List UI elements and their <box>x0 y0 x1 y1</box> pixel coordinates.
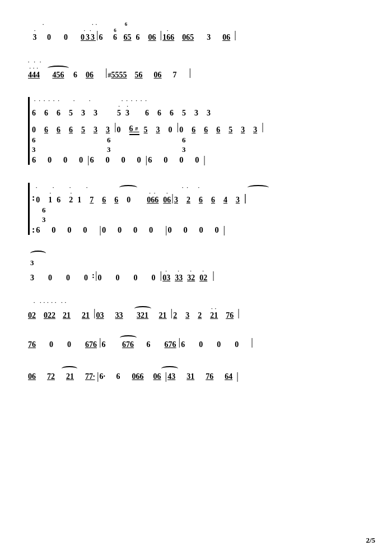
m-6-1: 6 <box>44 126 52 135</box>
note-3a: · 3 <box>30 27 39 43</box>
b4-0e: 0 <box>118 225 125 235</box>
r4-1-dot: · 1 <box>48 190 52 205</box>
r4-2-dot: · 2 <box>69 190 73 205</box>
row2-dots: · · · <box>28 57 364 64</box>
m-0c: 0 <box>169 126 176 135</box>
m-5: 5 <box>81 126 89 135</box>
m-3d: 3 <box>253 126 261 135</box>
r7-0a: 0 <box>49 340 57 350</box>
r4-6d: 6 <box>199 196 207 205</box>
r6-33: 33 <box>115 311 127 321</box>
r7-0b: 0 <box>67 340 75 350</box>
n-5b: 5 <box>182 109 190 118</box>
section-4: · · · · · · · : 0 · 1 <box>28 183 364 235</box>
bar-b4-2: | <box>165 225 167 235</box>
row3-dots: · · · · · · · · · · · · · · <box>32 97 364 103</box>
r4-6c: 6 <box>114 196 122 205</box>
note-065: 065 <box>182 33 199 43</box>
r4-1b: 1 <box>77 196 85 205</box>
m-3b: 3 <box>156 126 164 135</box>
dot-6top: 6 <box>108 21 124 27</box>
bar-r5-1: | <box>95 270 97 280</box>
b4-0d: 0 <box>102 225 110 235</box>
r6-21c: 21 <box>159 311 170 321</box>
r7-676c: 676 <box>165 340 178 350</box>
b-6a: 6 <box>32 136 40 145</box>
note-444: · · · 444 <box>28 65 40 80</box>
b-6b: 6 <box>107 136 115 145</box>
m-6slash: 6〃 <box>129 118 139 135</box>
r5-0c: 0 <box>84 274 92 283</box>
bar-b1: | <box>87 155 90 165</box>
r4-6e: 6 <box>211 196 219 205</box>
repeat-colon-left: : <box>32 193 35 203</box>
score-block-7: 76 0 0 676 | 6 676 6 676 | 6 0 <box>28 335 364 350</box>
bar-r8-2: | <box>165 371 167 381</box>
r5-0e: 0 <box>116 274 124 283</box>
r4-6b: 6 <box>102 196 110 205</box>
n-3a: 3 <box>94 109 101 118</box>
r8-06b: 06 <box>153 372 165 382</box>
row3-bass3: 6 0 0 0 | 6 0 0 0 | 6 0 0 0 | <box>32 155 364 165</box>
b2-0b: 0 <box>63 155 71 165</box>
n-6-1: 6 <box>32 109 40 118</box>
note-033: · · 033 <box>81 27 96 43</box>
bar-b3: | <box>203 155 206 165</box>
r7-676b-tie: 676 <box>120 335 137 350</box>
bar-b4-1: | <box>99 225 101 235</box>
r8-6dot: 6· <box>100 372 109 382</box>
bar-r3-2: | <box>177 122 179 132</box>
row3-melody: 6 6 6 5 3 3 · 5 · 3 6 6 6 5 3 3 <box>32 103 364 118</box>
r8-64: 64 <box>225 372 236 382</box>
bar-r7-3: | <box>251 337 253 347</box>
m-6d: 6 <box>216 126 224 135</box>
note-6a: 6 <box>99 33 107 43</box>
r8-77dot: 77· <box>85 372 96 382</box>
bar4: | <box>105 67 108 77</box>
r7-76a: 76 <box>28 340 39 350</box>
r4-2b: 2 <box>186 196 194 205</box>
note-sharp5555: #5555 <box>108 64 127 80</box>
bar-b2: | <box>146 155 148 165</box>
note-56: 56 <box>135 71 146 80</box>
r6-76: 76 <box>226 311 237 321</box>
dot-3: · <box>39 21 47 27</box>
n-5: 5 <box>69 109 77 118</box>
b2-6c: 6 <box>148 155 156 165</box>
m-5b: 5 <box>144 126 152 135</box>
n-6b: 6 <box>145 109 153 118</box>
n-6-3: 6 <box>57 109 64 118</box>
score-page: · · · 6 · 3 0 0 <box>0 0 392 555</box>
b4-6: 6 <box>42 206 50 215</box>
r4-066: · · 066 <box>147 190 158 205</box>
row3-bass1: 6 6 6 <box>32 136 364 145</box>
r5-0d: 0 <box>98 274 106 283</box>
bar-r4-2: | <box>244 193 246 203</box>
bar-r5-3: | <box>212 270 214 280</box>
r6-2a: 2 <box>173 311 181 321</box>
n-3dot: · 3 <box>125 103 129 118</box>
row5-arc <box>28 249 364 258</box>
b2-0i: 0 <box>195 155 203 165</box>
score-block-1: · · · 6 · 3 0 0 <box>28 20 364 43</box>
row4-bass2: 3 <box>32 215 364 224</box>
bar-r7-2: | <box>179 337 181 347</box>
bar-r4-1: | <box>171 193 174 203</box>
note-0b: 0 <box>64 33 73 43</box>
m-6b: 6 <box>192 126 199 135</box>
r7-6c: 6 <box>181 340 189 350</box>
b4-3: 3 <box>42 215 50 224</box>
note-6b: 6 <box>136 33 144 43</box>
r6-321-tie: 321 <box>134 306 151 321</box>
n-3c: 3 <box>207 109 214 118</box>
bar-r3-1: | <box>114 122 116 132</box>
row4-dots: · · · · · · · <box>32 183 364 190</box>
note-6c: 6 <box>73 71 81 80</box>
note-3b: 3 <box>207 33 214 43</box>
r4-4: 4 <box>223 196 231 205</box>
r6-3a: 3 <box>185 311 193 321</box>
r5-3: 3 <box>30 274 38 283</box>
b2-0d: 0 <box>106 155 114 165</box>
m-6c: 6 <box>204 126 212 135</box>
note-7: 7 <box>173 71 181 80</box>
